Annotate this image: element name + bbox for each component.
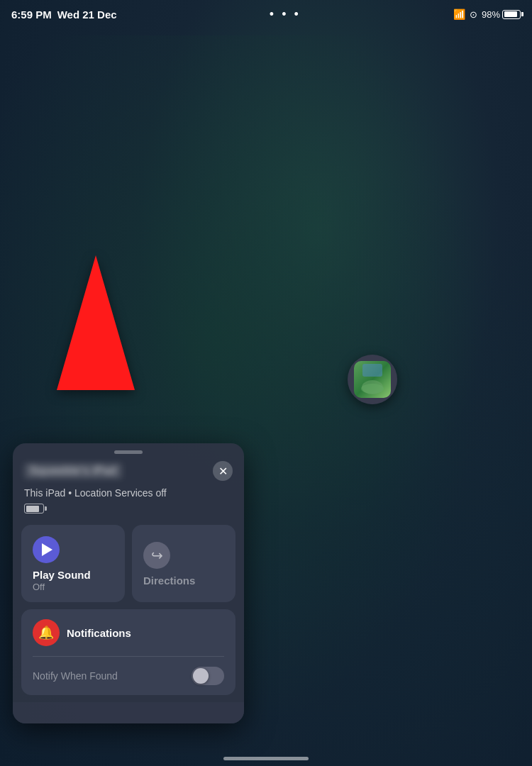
- toggle-thumb: [193, 668, 209, 684]
- notify-when-found-row: Notify When Found: [33, 667, 224, 685]
- card-header: Squeeble's iPad ✕: [13, 460, 244, 487]
- location-icon: ⊙: [470, 9, 477, 20]
- play-sound-title: Play Sound: [33, 569, 113, 581]
- home-indicator: [223, 757, 309, 760]
- device-name: Squeeble's iPad: [24, 463, 122, 479]
- directions-title: Directions: [143, 574, 224, 587]
- wifi-icon: 📶: [453, 9, 465, 20]
- notifications-section: 🔔 Notifications Notify When Found: [21, 609, 235, 695]
- status-right: 📶 ⊙ 98%: [453, 9, 521, 20]
- mini-battery-fill: [26, 506, 39, 512]
- device-info: This iPad • Location Services off: [13, 487, 244, 518]
- directions-button[interactable]: ↪ Directions: [132, 525, 235, 602]
- notifications-header: 🔔 Notifications: [33, 619, 224, 646]
- battery-percent: 98%: [482, 9, 500, 20]
- battery-indicator: [24, 504, 233, 514]
- bell-icon: 🔔: [38, 625, 54, 640]
- notifications-title: Notifications: [67, 627, 131, 639]
- notify-toggle[interactable]: [192, 667, 224, 685]
- floating-app-icon[interactable]: [348, 355, 397, 404]
- card-handle: [114, 450, 143, 454]
- actions-grid: Play Sound Off ↪ Directions: [13, 518, 244, 609]
- card-bottom-hint: [13, 702, 244, 723]
- status-bar: 6:59 PM Wed 21 Dec • • • 📶 ⊙ 98%: [0, 0, 532, 28]
- status-dots: • • •: [270, 7, 301, 22]
- play-icon-circle: [33, 536, 60, 563]
- close-button[interactable]: ✕: [213, 461, 233, 481]
- battery-fill: [504, 11, 518, 17]
- status-date: Wed 21 Dec: [57, 9, 117, 21]
- play-sound-subtitle: Off: [33, 582, 113, 592]
- app-thumbnail: [354, 361, 391, 398]
- battery-icon: [502, 10, 521, 19]
- status-time: 6:59 PM: [11, 9, 52, 21]
- play-icon: [42, 543, 52, 556]
- mini-battery: [24, 504, 44, 514]
- map-marker: [57, 255, 135, 390]
- notifications-icon-circle: 🔔: [33, 619, 60, 646]
- notifications-divider: [33, 656, 224, 657]
- directions-icon: ↪: [151, 547, 163, 564]
- battery-container: 98%: [482, 9, 521, 20]
- find-my-card: Squeeble's iPad ✕ This iPad • Location S…: [13, 443, 244, 723]
- notify-when-found-label: Notify When Found: [33, 670, 118, 682]
- directions-icon-circle: ↪: [143, 542, 170, 569]
- play-sound-button[interactable]: Play Sound Off: [21, 525, 125, 602]
- device-subtitle: This iPad • Location Services off: [24, 487, 167, 499]
